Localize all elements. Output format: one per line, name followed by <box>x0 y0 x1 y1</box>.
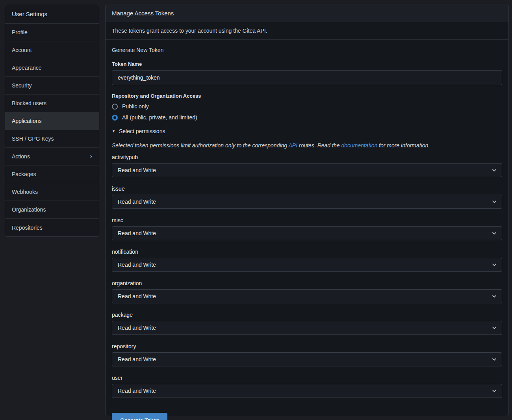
scope-select-wrap: Read and Write <box>112 226 502 240</box>
chevron-right-icon: › <box>90 153 92 160</box>
permission-scope-field: repository Read and Write <box>112 343 502 366</box>
sidebar-item-label: Account <box>12 47 32 53</box>
scope-permission-select[interactable]: Read and Write <box>112 226 502 240</box>
user-settings-sidebar: User Settings Profile › Account › Appear… <box>5 4 99 237</box>
scope-name-label: notification <box>112 249 502 255</box>
access-radio-group: Public only All (public, private, and li… <box>112 103 502 121</box>
generate-token-form: Generate New Token Token Name Repository… <box>106 40 508 420</box>
api-link[interactable]: API <box>289 142 298 149</box>
scope-name-label: repository <box>112 343 502 349</box>
scope-name-label: organization <box>112 280 502 286</box>
sidebar-item-label: Applications <box>12 118 42 124</box>
radio-button-icon <box>112 115 118 121</box>
sidebar-item-label: Security <box>12 82 32 89</box>
scope-permission-select[interactable]: Read and Write <box>112 258 502 272</box>
scope-name-label: package <box>112 312 502 318</box>
permission-scope-field: package Read and Write <box>112 312 502 335</box>
scope-select-wrap: Read and Write <box>112 352 502 366</box>
sidebar-item[interactable]: Organizations › <box>5 201 99 219</box>
scope-name-label: misc <box>112 217 502 223</box>
sidebar-item-label: SSH / GPG Keys <box>12 136 54 142</box>
scope-permission-select[interactable]: Read and Write <box>112 352 502 366</box>
panel-header: Manage Access Tokens <box>106 4 508 22</box>
tokens-description: These tokens grant access to your accoun… <box>106 22 508 40</box>
sidebar-item[interactable]: Account › <box>5 41 99 59</box>
access-radio-option[interactable]: Public only <box>112 103 149 110</box>
select-permissions-toggle[interactable]: ▼ Select permissions <box>112 128 165 134</box>
generate-token-button[interactable]: Generate Token <box>112 413 167 420</box>
sidebar-item[interactable]: Appearance › <box>5 59 99 77</box>
sidebar-item-label: Packages <box>12 171 36 177</box>
scope-permission-select[interactable]: Read and Write <box>112 384 502 398</box>
scope-permission-select[interactable]: Read and Write <box>112 163 502 177</box>
scope-permission-select[interactable]: Read and Write <box>112 289 502 303</box>
sidebar-item-label: Actions <box>12 153 30 160</box>
scope-select-wrap: Read and Write <box>112 321 502 335</box>
page-title: Manage Access Tokens <box>112 10 174 17</box>
permission-scopes-list: activitypub Read and Write iss <box>112 154 502 398</box>
sidebar-item[interactable]: Applications › <box>5 112 99 130</box>
note-text: Selected token permissions limit authori… <box>112 142 289 149</box>
scope-permission-select[interactable]: Read and Write <box>112 195 502 209</box>
select-permissions-label: Select permissions <box>119 128 165 134</box>
note-text: routes. Read the <box>297 142 341 149</box>
access-scope-label: Repository and Organization Access <box>112 93 502 99</box>
sidebar-item-label: Organizations <box>12 206 46 213</box>
sidebar-item[interactable]: Actions › <box>5 148 99 165</box>
permission-scope-field: user Read and Write <box>112 375 502 398</box>
sidebar-item-label: Webhooks <box>12 189 38 195</box>
scope-select-wrap: Read and Write <box>112 384 502 398</box>
permissions-note: Selected token permissions limit authori… <box>112 142 502 149</box>
sidebar-menu: Profile › Account › Appearance › Securit… <box>5 24 99 236</box>
sidebar-item-label: Repositories <box>12 225 43 231</box>
token-name-label: Token Name <box>112 61 502 67</box>
sidebar-item[interactable]: Repositories › <box>5 219 99 236</box>
permission-scope-field: issue Read and Write <box>112 186 502 209</box>
sidebar-item[interactable]: SSH / GPG Keys › <box>5 130 99 148</box>
scope-name-label: user <box>112 375 502 381</box>
sidebar-item[interactable]: Webhooks › <box>5 183 99 201</box>
scope-select-wrap: Read and Write <box>112 195 502 209</box>
scope-name-label: activitypub <box>112 154 502 160</box>
sidebar-item-label: Blocked users <box>12 100 46 106</box>
access-radio-label: All (public, private, and limited) <box>122 114 197 121</box>
sidebar-item-label: Appearance <box>12 65 42 71</box>
radio-button-icon <box>112 104 118 110</box>
access-radio-option[interactable]: All (public, private, and limited) <box>112 114 197 121</box>
permission-scope-field: organization Read and Write <box>112 280 502 303</box>
scope-permission-select[interactable]: Read and Write <box>112 321 502 335</box>
generate-new-token-title: Generate New Token <box>112 47 502 53</box>
sidebar-item-label: Profile <box>12 29 28 35</box>
note-text: for more information. <box>377 142 430 149</box>
sidebar-item[interactable]: Packages › <box>5 165 99 183</box>
permission-scope-field: activitypub Read and Write <box>112 154 502 177</box>
documentation-link[interactable]: documentation <box>341 142 377 149</box>
sidebar-title: User Settings <box>5 4 99 24</box>
manage-access-tokens-panel: Manage Access Tokens These tokens grant … <box>105 4 509 416</box>
token-name-input[interactable] <box>112 70 502 85</box>
scope-select-wrap: Read and Write <box>112 289 502 303</box>
triangle-down-icon: ▼ <box>112 130 115 133</box>
sidebar-item[interactable]: Blocked users › <box>5 95 99 112</box>
permission-scope-field: misc Read and Write <box>112 217 502 240</box>
sidebar-item[interactable]: Profile › <box>5 24 99 41</box>
scope-select-wrap: Read and Write <box>112 163 502 177</box>
scope-name-label: issue <box>112 186 502 192</box>
access-radio-label: Public only <box>122 103 149 110</box>
sidebar-item[interactable]: Security › <box>5 77 99 95</box>
permission-scope-field: notification Read and Write <box>112 249 502 272</box>
scope-select-wrap: Read and Write <box>112 258 502 272</box>
